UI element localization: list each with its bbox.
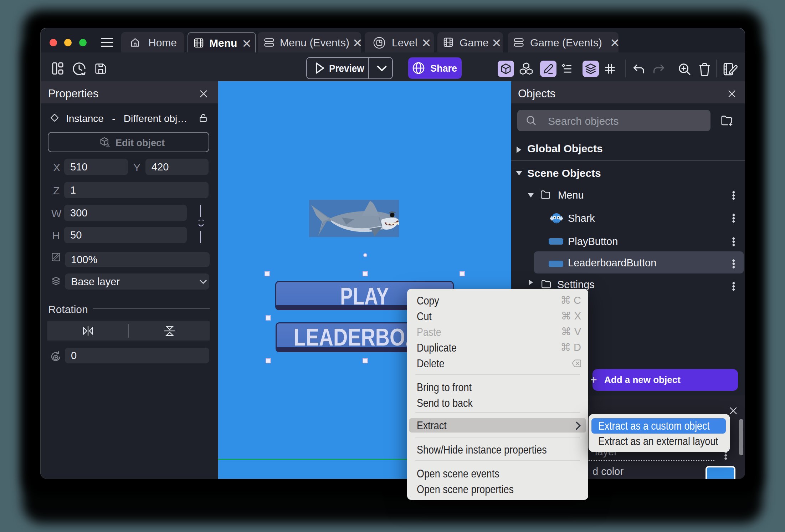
svg-text:2D: 2D [106,143,110,147]
